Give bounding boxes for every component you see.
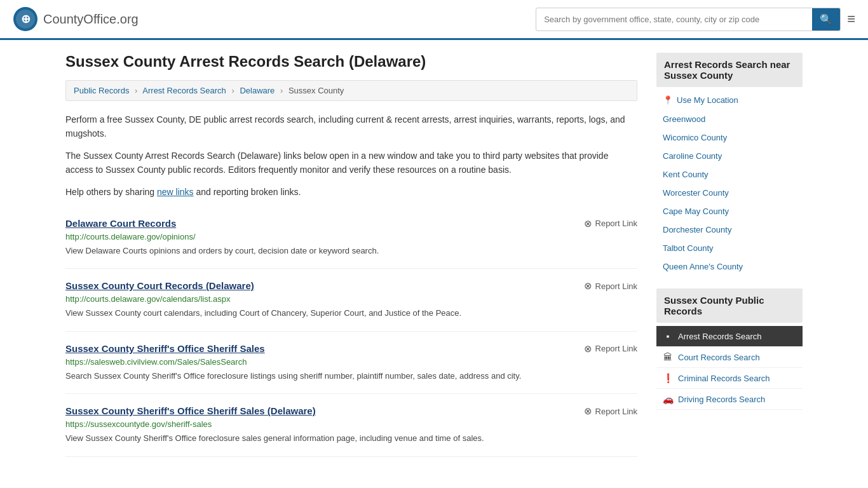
pub-rec-icon: ▪ — [663, 331, 673, 341]
logo-area: ⊕ CountyOffice.org — [13, 6, 139, 32]
search-input[interactable] — [536, 10, 812, 29]
result-desc: View Sussex County Sheriff's Office fore… — [65, 432, 637, 445]
nearby-links-container: GreenwoodWicomico CountyCaroline CountyK… — [656, 110, 803, 276]
pub-records-section: Sussex County Public Records ▪ Arrest Re… — [656, 288, 803, 410]
nearby-section: Arrest Records Search near Sussex County… — [656, 53, 803, 276]
result-item: Sussex County Court Records (Delaware) ⊗… — [65, 269, 637, 332]
nearby-link[interactable]: Cape May County — [663, 207, 729, 216]
pub-records-container: ▪ Arrest Records Search 🏛 Court Records … — [656, 326, 803, 410]
sidebar: Arrest Records Search near Sussex County… — [656, 53, 803, 457]
result-link[interactable]: Sussex County Court Records (Delaware) — [65, 280, 254, 291]
page-title: Sussex County Arrest Records Search (Del… — [65, 53, 637, 71]
results-container: Delaware Court Records ⊗ Report Link htt… — [65, 207, 637, 457]
pub-rec-icon: ❗ — [663, 373, 673, 383]
result-item: Sussex County Sheriff's Office Sheriff S… — [65, 394, 637, 457]
result-link[interactable]: Delaware Court Records — [65, 218, 176, 229]
breadcrumb-sussex-county: Sussex County — [288, 86, 344, 95]
nearby-link-item[interactable]: Wicomico County — [656, 128, 803, 147]
header: ⊕ CountyOffice.org 🔍 ≡ — [0, 0, 868, 40]
result-title: Sussex County Sheriff's Office Sheriff S… — [65, 405, 316, 416]
nearby-link[interactable]: Caroline County — [663, 151, 722, 161]
search-button[interactable]: 🔍 — [812, 8, 840, 30]
description-para2: The Sussex County Arrest Records Search … — [65, 149, 637, 177]
nearby-link-item[interactable]: Talbot County — [656, 239, 803, 257]
result-desc: View Delaware Courts opinions and orders… — [65, 245, 637, 257]
nearby-link-item[interactable]: Dorchester County — [656, 220, 803, 239]
content-area: Sussex County Arrest Records Search (Del… — [65, 53, 637, 457]
result-item: Sussex County Sheriff's Office Sheriff S… — [65, 332, 637, 395]
nearby-link[interactable]: Dorchester County — [663, 225, 731, 234]
nearby-link[interactable]: Greenwood — [663, 114, 705, 124]
nearby-link[interactable]: Talbot County — [663, 243, 714, 253]
result-url[interactable]: https://salesweb.civilview.com/Sales/Sal… — [65, 357, 637, 367]
logo-icon: ⊕ — [13, 6, 38, 32]
report-icon: ⊗ — [584, 218, 592, 229]
nearby-link-item[interactable]: Kent County — [656, 165, 803, 184]
nearby-link-item[interactable]: Cape May County — [656, 202, 803, 220]
result-title: Sussex County Sheriff's Office Sheriff S… — [65, 343, 265, 354]
breadcrumb-public-records[interactable]: Public Records — [74, 86, 129, 95]
pub-rec-item[interactable]: 🚗 Driving Records Search — [656, 389, 803, 410]
menu-button[interactable]: ≡ — [847, 12, 855, 26]
result-item: Delaware Court Records ⊗ Report Link htt… — [65, 207, 637, 269]
report-link-label: Report Link — [595, 407, 637, 416]
result-title: Sussex County Court Records (Delaware) — [65, 280, 254, 291]
result-desc: Search Sussex County Sheriff's Office fo… — [65, 370, 637, 383]
nearby-link-item[interactable]: Greenwood — [656, 110, 803, 128]
pub-rec-link[interactable]: Court Records Search — [678, 353, 760, 362]
report-icon: ⊗ — [584, 343, 592, 355]
nearby-link[interactable]: Kent County — [663, 170, 709, 179]
new-links-link[interactable]: new links — [157, 187, 194, 197]
nearby-heading: Arrest Records Search near Sussex County — [656, 53, 803, 87]
breadcrumb-delaware[interactable]: Delaware — [240, 86, 275, 95]
report-link[interactable]: ⊗ Report Link — [584, 405, 637, 417]
description-para1: Perform a free Sussex County, DE public … — [65, 112, 637, 141]
svg-text:⊕: ⊕ — [21, 13, 31, 25]
report-link-label: Report Link — [595, 281, 637, 291]
description-para3: Help others by sharing new links and rep… — [65, 185, 637, 199]
search-bar-container: 🔍 — [536, 8, 841, 31]
result-desc: View Sussex County court calendars, incl… — [65, 307, 637, 320]
result-url[interactable]: http://courts.delaware.gov/opinions/ — [65, 232, 637, 241]
pub-rec-item[interactable]: ❗ Criminal Records Search — [656, 368, 803, 389]
result-url[interactable]: https://sussexcountyde.gov/sheriff-sales — [65, 419, 637, 429]
result-title: Delaware Court Records — [65, 218, 176, 229]
breadcrumb-arrest-records-search[interactable]: Arrest Records Search — [142, 86, 226, 95]
pub-rec-icon: 🏛 — [663, 352, 673, 362]
pub-rec-link[interactable]: Arrest Records Search — [678, 332, 762, 341]
report-link[interactable]: ⊗ Report Link — [584, 343, 637, 355]
nearby-link-item[interactable]: Caroline County — [656, 147, 803, 165]
pub-rec-item[interactable]: ▪ Arrest Records Search — [656, 326, 803, 347]
nearby-link[interactable]: Worcester County — [663, 188, 729, 198]
main-container: Sussex County Arrest Records Search (Del… — [53, 40, 815, 470]
result-link[interactable]: Sussex County Sheriff's Office Sheriff S… — [65, 343, 265, 354]
pub-rec-item[interactable]: 🏛 Court Records Search — [656, 347, 803, 368]
pub-rec-link[interactable]: Criminal Records Search — [678, 374, 770, 383]
logo-text: CountyOffice.org — [43, 12, 139, 27]
result-url[interactable]: http://courts.delaware.gov/calendars/lis… — [65, 294, 637, 304]
use-location-item[interactable]: 📍 Use My Location — [656, 90, 803, 110]
report-icon: ⊗ — [584, 280, 592, 292]
use-location-link[interactable]: Use My Location — [677, 95, 738, 105]
pub-rec-link[interactable]: Driving Records Search — [678, 395, 765, 404]
pub-records-heading: Sussex County Public Records — [656, 288, 803, 323]
location-icon: 📍 — [663, 95, 673, 105]
header-right: 🔍 ≡ — [536, 8, 855, 31]
report-icon: ⊗ — [584, 405, 592, 417]
report-link-label: Report Link — [595, 344, 637, 353]
result-link[interactable]: Sussex County Sheriff's Office Sheriff S… — [65, 405, 316, 416]
pub-rec-icon: 🚗 — [663, 394, 673, 404]
report-link[interactable]: ⊗ Report Link — [584, 280, 637, 292]
report-link-label: Report Link — [595, 219, 637, 228]
nearby-link-item[interactable]: Queen Anne's County — [656, 257, 803, 276]
nearby-link[interactable]: Wicomico County — [663, 133, 727, 142]
report-link[interactable]: ⊗ Report Link — [584, 218, 637, 229]
breadcrumb: Public Records › Arrest Records Search ›… — [65, 80, 637, 101]
nearby-link[interactable]: Queen Anne's County — [663, 262, 743, 271]
nearby-link-item[interactable]: Worcester County — [656, 184, 803, 202]
